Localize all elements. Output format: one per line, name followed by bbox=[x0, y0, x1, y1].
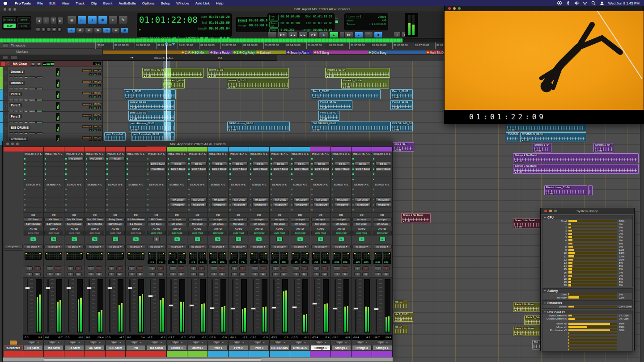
clip-big-drums-01-[interactable]: BIG DRUMS_01-▴ 0 dB bbox=[390, 122, 413, 131]
input-monitor-button[interactable]: I bbox=[149, 266, 156, 270]
fader-cap[interactable] bbox=[353, 307, 358, 310]
automation-mode-button[interactable]: auto read bbox=[85, 231, 104, 235]
insert-slot-3[interactable] bbox=[44, 166, 64, 172]
insert-slot-2[interactable] bbox=[106, 161, 126, 167]
dyn-button[interactable]: dyn bbox=[274, 341, 282, 344]
mute-button[interactable]: M bbox=[136, 272, 143, 276]
strip-name[interactable]: PM bbox=[126, 345, 146, 350]
fader-cap[interactable] bbox=[312, 303, 317, 305]
clip-gain-badge[interactable]: ▴ 0 dB bbox=[514, 171, 523, 173]
fader-cap[interactable] bbox=[230, 307, 235, 310]
insert-slot-1[interactable]: ProLim bbox=[106, 156, 126, 161]
zoom-preset-1[interactable]: 1 bbox=[36, 27, 40, 32]
send-slot-4[interactable]: MXBigVrb bbox=[249, 202, 269, 207]
fader-flip-icon[interactable]: » bbox=[325, 341, 326, 344]
pan-right-value[interactable]: 100+ bbox=[383, 260, 391, 264]
send-slot-3[interactable]: MX Delay bbox=[270, 197, 290, 202]
pan-left-value[interactable]: +71 bbox=[189, 260, 197, 264]
insert-plugin-pro-limiter[interactable]: Pro Limiter bbox=[88, 157, 104, 161]
speaker-button[interactable]: ♪ bbox=[394, 32, 401, 38]
group-button[interactable]: no group▾ bbox=[208, 244, 227, 249]
mute-button[interactable]: M bbox=[34, 272, 41, 276]
fader-flip-icon[interactable]: » bbox=[161, 341, 162, 344]
marker-diamond-icon[interactable]: ◆ bbox=[182, 50, 184, 54]
fader-cap[interactable] bbox=[189, 304, 194, 307]
send-slot-2[interactable] bbox=[352, 192, 372, 197]
volume-value[interactable]: 0.0 bbox=[107, 336, 110, 339]
send-slot-1[interactable] bbox=[106, 187, 126, 192]
insert-slot-5[interactable] bbox=[310, 177, 330, 182]
record-enable-button[interactable]: ● bbox=[301, 266, 308, 270]
insert-slot-5[interactable] bbox=[126, 177, 146, 182]
mute-button[interactable]: M bbox=[198, 272, 205, 276]
insert-slot-4[interactable] bbox=[64, 172, 85, 177]
send-slot-2[interactable] bbox=[64, 192, 85, 197]
pan-left-value[interactable]: +81 bbox=[168, 260, 177, 264]
dyn-processing-button[interactable]: ϟ bbox=[92, 237, 98, 241]
clip-pads-3-04-0[interactable]: Pads 3_04-0 bbox=[524, 316, 541, 325]
fader-flip-icon[interactable]: » bbox=[345, 341, 347, 344]
marker-dx-in-song[interactable]: DX in Song bbox=[372, 51, 386, 55]
clip-strings-2-no-bond[interactable]: Strings 2 No Bond▴ 0 dB bbox=[513, 153, 639, 163]
solo-button[interactable]: S bbox=[26, 272, 33, 276]
volume-value[interactable]: -13.8 bbox=[189, 336, 195, 339]
clock-view-icon[interactable]: ◔▾ bbox=[130, 56, 133, 59]
menu-item-avid-link[interactable]: Avid Link bbox=[192, 1, 213, 5]
pan-left-value[interactable]: +100 bbox=[332, 260, 341, 264]
track-row-drums-1[interactable]: Drums 1●ISMwavereadnoinputMXChvpp bbox=[0, 67, 102, 78]
dyn-processing-button[interactable]: ϟ bbox=[133, 237, 139, 241]
send-slot-1[interactable] bbox=[229, 187, 249, 192]
send-slot-2[interactable] bbox=[187, 192, 208, 197]
volume-value[interactable]: -6.3 bbox=[148, 336, 152, 339]
send-slot-1[interactable] bbox=[44, 187, 64, 192]
send-slot-4[interactable] bbox=[23, 202, 43, 207]
insert-slot-4[interactable] bbox=[331, 172, 351, 177]
track-name[interactable]: BIG DRUMS bbox=[9, 126, 30, 130]
input-monitor-button[interactable]: I bbox=[26, 266, 33, 270]
fader-flip-icon[interactable]: » bbox=[140, 341, 141, 344]
insert-slot-1[interactable] bbox=[208, 156, 228, 161]
mixer-strip-pm[interactable]: INSERTS A-ESENDS A-EI/O5.1 PrintMaster5.… bbox=[126, 147, 146, 357]
clip-gain-badge[interactable]: ▴ 0 dB bbox=[514, 160, 523, 163]
group-button[interactable]: no group▾ bbox=[332, 244, 351, 249]
insert-slot-1[interactable] bbox=[290, 156, 310, 161]
send-slot-1[interactable] bbox=[85, 187, 105, 192]
group-button[interactable]: no group▾ bbox=[270, 244, 289, 249]
pan-grid-left[interactable] bbox=[148, 252, 156, 260]
send-slot-1[interactable] bbox=[290, 187, 310, 192]
insert-slot-5[interactable] bbox=[167, 177, 187, 182]
midi-merge-button[interactable]: ◆ bbox=[374, 32, 383, 38]
menu-item-audiosuite[interactable]: AudioSuite bbox=[115, 1, 139, 5]
dyn-button[interactable]: dyn bbox=[356, 341, 364, 344]
marker-diamond-icon[interactable]: ◆ bbox=[239, 50, 242, 54]
peak-value[interactable]: -0.6 bbox=[202, 336, 206, 339]
peak-value[interactable]: -2.9 bbox=[242, 336, 247, 339]
mute-button[interactable]: M bbox=[55, 272, 61, 276]
send-slot-5[interactable] bbox=[249, 207, 269, 213]
input-path-button[interactable]: 5ch. BG Stem bbox=[85, 217, 104, 222]
clip-gain-badge[interactable]: ▴ 0 dB bbox=[130, 128, 139, 131]
send-slot-3[interactable] bbox=[126, 197, 146, 202]
peak-value[interactable]: -7.4 bbox=[325, 336, 329, 339]
send-slot-3[interactable]: MX Delay bbox=[187, 197, 208, 202]
zoom-preset-2[interactable]: 2 bbox=[41, 27, 46, 32]
dyn-processing-button[interactable]: ϟ bbox=[297, 237, 303, 241]
mute-button[interactable]: M bbox=[321, 272, 328, 276]
automation-mode-button[interactable]: auto read bbox=[352, 231, 371, 235]
fader-track[interactable] bbox=[68, 279, 69, 333]
pan-button[interactable]: v bbox=[89, 84, 93, 87]
automation-mode-button[interactable]: auto read bbox=[44, 231, 63, 235]
send-slot-5[interactable] bbox=[310, 207, 330, 213]
fader-track[interactable] bbox=[170, 279, 172, 333]
insert-slot-3[interactable] bbox=[106, 166, 126, 172]
pan-r-button[interactable]: p bbox=[97, 84, 102, 87]
strip-name[interactable]: Strings 1 bbox=[311, 345, 330, 350]
pan-grid-right[interactable] bbox=[301, 252, 309, 260]
pan-left-value[interactable]: +36 bbox=[291, 260, 300, 264]
track-input-value[interactable]: noinput bbox=[82, 69, 92, 72]
track-input-value[interactable]: noinput bbox=[82, 103, 92, 105]
insert-slot-2[interactable]: D3 CL bbox=[352, 161, 372, 167]
input-path-button[interactable]: 5.1 PrintMaster bbox=[127, 217, 145, 222]
output-path-button[interactable]: MX Chain bbox=[352, 222, 371, 227]
strip-name[interactable]: FX Stem bbox=[64, 345, 84, 350]
